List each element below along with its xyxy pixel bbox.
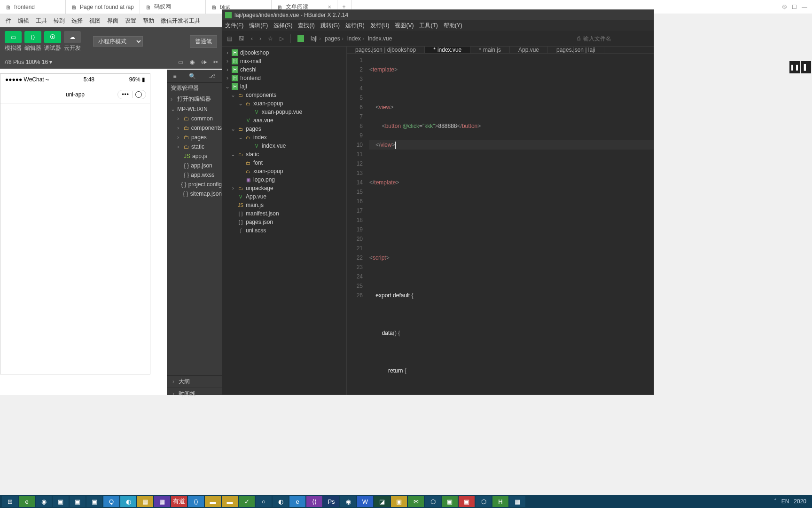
hb-menu-item[interactable]: 选择(S)	[273, 22, 292, 30]
wx-menu-item[interactable]: 界面	[104, 17, 121, 25]
browser2-icon[interactable]: ◐	[120, 496, 136, 507]
chrome-icon[interactable]: ◉	[36, 496, 52, 507]
app-icon[interactable]: ○	[256, 496, 272, 507]
cut-icon[interactable]: ✂	[213, 59, 218, 65]
explorer-git-icon[interactable]: ⎇	[209, 73, 215, 79]
clock-year[interactable]: 2020	[794, 498, 806, 505]
publish-button[interactable]: 普通笔	[190, 35, 217, 48]
mode-select[interactable]: 小程序模式	[93, 36, 143, 47]
code-editor[interactable]: 1234567891011121314151617181920212223242…	[347, 54, 654, 395]
explorer-item[interactable]: Vindex.vue	[222, 142, 346, 150]
tree-item[interactable]: { } app.wxss	[167, 170, 222, 180]
preview-icon[interactable]: ⎙	[577, 35, 580, 42]
explorer-item[interactable]: ›Hdjbookshop	[222, 48, 346, 57]
hb-menu-item[interactable]: 编辑(E)	[249, 22, 268, 30]
browser-tab[interactable]: 🗎frontend	[0, 0, 66, 14]
explorer-icon[interactable]: ▬	[222, 496, 238, 507]
tree-item[interactable]: ›🗀 static	[167, 142, 222, 151]
explorer-item[interactable]: Vxuan-popup.vue	[222, 108, 346, 116]
hb-menu-item[interactable]: 查找(I)	[298, 22, 314, 30]
tree-item[interactable]: { } project.config	[167, 180, 222, 189]
browser-tab[interactable]: 🗎码蚁网	[140, 0, 206, 14]
debugger-icon[interactable]: ⦿	[44, 31, 61, 43]
outline-label[interactable]: › 大纲	[167, 375, 222, 388]
wx-menu-item[interactable]: 件	[3, 17, 14, 25]
terminal-icon[interactable]: ▣	[70, 496, 86, 507]
hb-menu-item[interactable]: 视图(V)	[395, 22, 414, 30]
simulator-icon[interactable]: ▭	[5, 31, 22, 43]
editor-tab[interactable]: *main.js	[470, 47, 510, 53]
explorer-item[interactable]: 🗀xuan-popup	[222, 167, 346, 175]
hb-file-explorer[interactable]: ›Hdjbookshop›Hmix-mall›Hcheshi›Hfrontend…	[222, 47, 347, 395]
explorer-item[interactable]: ›Hcheshi	[222, 65, 346, 74]
hbuilder-icon[interactable]: H	[492, 496, 508, 507]
hb-menu-item[interactable]: 跳转(G)	[320, 22, 340, 30]
hb-menu-item[interactable]: 文件(F)	[225, 22, 243, 30]
app-icon[interactable]: ▦	[154, 496, 170, 507]
explorer-search-icon[interactable]: 🔍	[189, 73, 196, 79]
ie-icon[interactable]: e	[289, 496, 305, 507]
back-icon[interactable]: ‹	[251, 35, 253, 42]
navicat-icon[interactable]: ▣	[391, 496, 407, 507]
terminal-icon[interactable]: ▣	[86, 496, 102, 507]
editor-icon[interactable]: ⟨⟩	[24, 31, 41, 43]
tree-item[interactable]: { } app.json	[167, 161, 222, 170]
explorer-item[interactable]: [ ]pages.json	[222, 218, 346, 226]
devtool-icon[interactable]: ▣	[442, 496, 458, 507]
explorer-item[interactable]: ⌄Hlaji	[222, 82, 346, 91]
device-zoom-label[interactable]: 7/8 Plus 100% 16 ▾	[4, 59, 52, 65]
file-search-input[interactable]	[583, 35, 649, 42]
app-icon[interactable]: ◐	[273, 496, 289, 507]
app-icon[interactable]: ⬡	[476, 496, 492, 507]
cloud-icon[interactable]: ☁	[64, 31, 81, 43]
close-icon[interactable]	[135, 91, 142, 98]
wx-menu-item[interactable]: 编辑	[15, 17, 32, 25]
explorer-item[interactable]: 🗀font	[222, 159, 346, 167]
vs-icon[interactable]: ⟨⟩	[306, 496, 322, 507]
ime-label[interactable]: EN	[781, 498, 789, 505]
word-icon[interactable]: W	[357, 496, 373, 507]
next-icon[interactable]: ▌	[801, 61, 811, 73]
wx-menu-item[interactable]: 工具	[33, 17, 50, 25]
window-max-icon[interactable]: —	[802, 4, 807, 10]
tree-item[interactable]: { } sitemap.json	[167, 189, 222, 198]
hb-menu-item[interactable]: 运行(R)	[345, 22, 365, 30]
open-editors-label[interactable]: ›打开的编辑器	[167, 94, 222, 104]
tree-item[interactable]: JS app.js	[167, 151, 222, 161]
vscode-icon[interactable]: ⟨⟩	[188, 496, 204, 507]
explorer-item[interactable]: ⌄🗀static	[222, 150, 346, 159]
explorer-item[interactable]: ⌄🗀components	[222, 91, 346, 99]
capsule-button[interactable]: •••	[117, 90, 146, 99]
explorer-item[interactable]: ⌄🗀pages	[222, 125, 346, 133]
explorer-item[interactable]: [ ]manifest.json	[222, 209, 346, 218]
save-icon[interactable]: 🖫	[239, 35, 244, 42]
pycharm-icon[interactable]: ◪	[374, 496, 390, 507]
breadcrumb[interactable]: lajipagesindexindex.vue	[311, 35, 392, 42]
explorer-item[interactable]: ›Hmix-mall	[222, 57, 346, 65]
editor-tab[interactable]: *index.vue	[425, 47, 470, 53]
hb-menu-item[interactable]: 帮助(Y)	[444, 22, 462, 30]
star-icon[interactable]: ☆	[268, 35, 273, 42]
wx-menu-item[interactable]: 设置	[122, 17, 139, 25]
notes-icon[interactable]: ▤	[137, 496, 153, 507]
explorer-item[interactable]: Vaaa.vue	[222, 116, 346, 125]
wx-menu-item[interactable]: 视图	[86, 17, 103, 25]
record-icon[interactable]: ◉	[190, 59, 195, 65]
explorer-item[interactable]: ʃuni.scss	[222, 226, 346, 235]
app-icon[interactable]: ✓	[239, 496, 255, 507]
explorer-item[interactable]: ▣logo.png	[222, 175, 346, 184]
terminal-icon[interactable]: ▣	[53, 496, 69, 507]
wx-menu-item[interactable]: 微信开发者工具	[158, 17, 203, 25]
start-icon[interactable]: ⊞	[2, 496, 18, 507]
explorer-item[interactable]: JSmain.js	[222, 201, 346, 209]
forward-icon[interactable]: ›	[259, 35, 261, 42]
youdao-icon[interactable]: 有道	[171, 496, 187, 507]
wx-menu-item[interactable]: 帮助	[140, 17, 157, 25]
hb-menu-item[interactable]: 发行(U)	[370, 22, 390, 30]
window-count-icon[interactable]: ⑤	[782, 4, 787, 10]
app-icon[interactable]: ▣	[459, 496, 475, 507]
window-min-icon[interactable]: ☐	[792, 4, 797, 10]
rotate-icon[interactable]: ▭	[178, 59, 183, 65]
project-root[interactable]: ⌄MP-WEIXIN	[167, 104, 222, 114]
mute-icon[interactable]: 🕪	[201, 59, 207, 65]
